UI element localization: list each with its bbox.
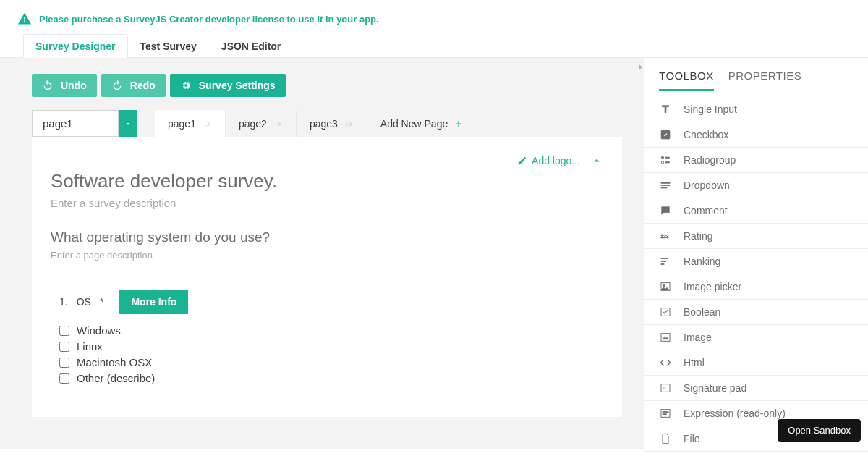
redo-icon [111, 80, 123, 91]
tool-ranking[interactable]: Ranking [644, 249, 868, 274]
rating-icon: 123 [660, 230, 671, 242]
tool-signature[interactable]: Signature pad [644, 376, 868, 401]
page-select-arrow[interactable] [119, 110, 137, 137]
tool-dropdown[interactable]: Dropdown [644, 173, 868, 198]
page-tab-add[interactable]: Add New Page [367, 110, 477, 137]
survey-title[interactable]: Software developer survey. [51, 170, 603, 193]
more-info-button[interactable]: More Info [119, 290, 188, 314]
redo-button[interactable]: Redo [101, 74, 166, 97]
undo-icon [42, 80, 54, 91]
tool-radiogroup[interactable]: Radiogroup [644, 148, 868, 173]
side-tab-properties[interactable]: PROPERTIES [728, 69, 801, 91]
boolean-icon [660, 306, 671, 318]
page-title[interactable]: What operating system do you use? [51, 229, 603, 245]
tool-boolean[interactable]: Boolean [644, 300, 868, 325]
svg-point-13 [663, 284, 665, 287]
warning-icon [17, 12, 32, 26]
ranking-icon [660, 256, 671, 267]
undo-button[interactable]: Undo [32, 74, 97, 97]
page-tab-2[interactable]: page2 [226, 110, 297, 137]
option-checkbox[interactable] [59, 358, 69, 368]
file-icon [660, 433, 671, 444]
option-checkbox[interactable] [59, 342, 69, 352]
svg-rect-16 [661, 384, 670, 392]
page-tabs: page1 page2 page3 Add New Page [155, 110, 477, 137]
svg-rect-17 [661, 410, 670, 418]
tool-rating[interactable]: 123Rating [644, 224, 868, 249]
tool-html[interactable]: Html [644, 350, 868, 376]
chevron-down-icon [124, 119, 132, 128]
toolbar: Undo Redo Survey Settings [32, 74, 622, 97]
question-number: 1. [59, 296, 68, 308]
svg-point-1 [661, 156, 663, 159]
option-row[interactable]: Linux [59, 340, 603, 352]
image-icon [660, 332, 671, 343]
question-header[interactable]: 1. OS * More Info [51, 290, 603, 314]
page-description-placeholder[interactable]: Enter a page description [51, 250, 603, 261]
tool-imagepicker[interactable]: Image picker [644, 274, 868, 300]
chevrons-icon [636, 62, 646, 72]
svg-point-3 [661, 161, 663, 164]
gear-icon[interactable] [344, 119, 354, 129]
question-label: OS [77, 296, 91, 308]
page-tab-3[interactable]: page3 [297, 110, 367, 137]
side-tabs: TOOLBOX PROPERTIES [644, 67, 868, 91]
survey-canvas: Add logo... Software developer survey. E… [32, 137, 622, 417]
survey-settings-button[interactable]: Survey Settings [170, 74, 286, 97]
svg-rect-2 [665, 157, 669, 158]
question-options: Windows Linux Macintosh OSX Other (descr… [51, 324, 603, 384]
mode-tabs: Survey Designer Test Survey JSON Editor [0, 33, 868, 58]
banner-text: Please purchase a SurveyJS Creator devel… [39, 14, 379, 25]
tool-image[interactable]: Image [644, 325, 868, 350]
license-banner: Please purchase a SurveyJS Creator devel… [0, 0, 868, 33]
option-row[interactable]: Macintosh OSX [59, 356, 603, 368]
tab-survey-designer[interactable]: Survey Designer [23, 34, 128, 58]
gear-icon[interactable] [202, 119, 212, 129]
svg-rect-7 [661, 187, 667, 188]
svg-rect-9 [661, 258, 668, 258]
svg-rect-15 [661, 334, 670, 342]
pencil-icon [517, 156, 527, 166]
svg-rect-5 [661, 182, 670, 183]
dropdown-icon [660, 180, 671, 191]
svg-rect-19 [663, 414, 666, 415]
svg-rect-4 [665, 162, 669, 163]
side-panel: TOOLBOX PROPERTIES Single Input Checkbox… [644, 58, 868, 449]
svg-rect-6 [661, 185, 670, 185]
page-tab-1[interactable]: page1 [155, 110, 226, 137]
comment-icon [660, 205, 671, 216]
signature-icon [660, 382, 671, 394]
svg-text:123: 123 [660, 234, 668, 239]
tab-test-survey[interactable]: Test Survey [128, 34, 209, 58]
panel-collapse-handle[interactable] [636, 62, 646, 72]
page-select[interactable]: page1 [32, 110, 137, 137]
plus-icon [454, 119, 464, 129]
gear-icon [180, 80, 192, 91]
open-sandbox-button[interactable]: Open Sandbox [778, 419, 861, 442]
survey-description-placeholder[interactable]: Enter a survey description [51, 197, 603, 209]
chevron-up-icon[interactable] [590, 154, 603, 167]
image-picker-icon [660, 281, 671, 292]
option-row[interactable]: Windows [59, 324, 603, 337]
add-logo-link[interactable]: Add logo... [517, 155, 580, 166]
option-row[interactable]: Other (describe) [59, 372, 603, 384]
tool-single-input[interactable]: Single Input [644, 97, 868, 122]
toolbox-list: Single Input Checkbox Radiogroup Dropdow… [644, 97, 868, 452]
designer-canvas-area: Undo Redo Survey Settings page1 page1 [0, 58, 644, 449]
svg-rect-18 [663, 411, 668, 412]
tab-json-editor[interactable]: JSON Editor [209, 34, 293, 58]
html-icon [660, 357, 671, 368]
pages-row: page1 page1 page2 page3 [32, 110, 622, 137]
checkbox-icon [660, 129, 671, 140]
gear-icon[interactable] [273, 119, 283, 129]
radio-icon [660, 154, 671, 166]
required-mark: * [100, 296, 103, 308]
option-checkbox[interactable] [59, 326, 69, 336]
side-tab-toolbox[interactable]: TOOLBOX [659, 69, 714, 91]
page-select-value: page1 [32, 110, 119, 137]
svg-rect-11 [661, 263, 664, 264]
expression-icon [660, 408, 671, 419]
tool-comment[interactable]: Comment [644, 198, 868, 224]
tool-checkbox[interactable]: Checkbox [644, 122, 868, 148]
option-checkbox[interactable] [59, 373, 69, 384]
